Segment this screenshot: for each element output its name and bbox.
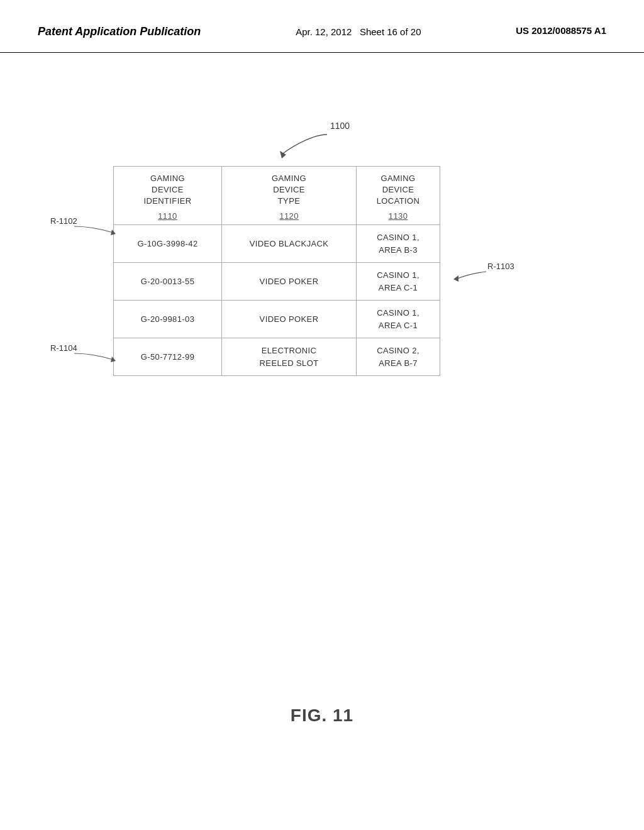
col-num-1130: 1130 <box>364 211 432 222</box>
col-header-identifier: GAMINGDEVICEIDENTIFIER 1110 <box>114 166 222 225</box>
table-header-row: GAMINGDEVICEIDENTIFIER 1110 GAMINGDEVICE… <box>114 166 440 225</box>
figure-caption: FIG. 11 <box>0 706 644 726</box>
publication-label: Patent Application Publication <box>38 25 201 38</box>
col-num-1110: 1110 <box>121 211 214 222</box>
col-header-location: GAMINGDEVICELOCATION 1130 <box>357 166 440 225</box>
cell-type-4: ELECTRONICREELED SLOT <box>221 338 356 376</box>
page-header: Patent Application Publication Apr. 12, … <box>0 0 644 53</box>
cell-id-4: G-50-7712-99 <box>114 338 222 376</box>
cell-loc-3: CASINO 1,AREA C-1 <box>357 301 440 338</box>
cell-loc-4: CASINO 2,AREA B-7 <box>357 338 440 376</box>
svg-text:R-1104: R-1104 <box>50 343 77 353</box>
svg-text:R-1103: R-1103 <box>487 262 514 271</box>
table-row: G-50-7712-99 ELECTRONICREELED SLOT CASIN… <box>114 338 440 376</box>
arrow-r1104: R-1104 <box>50 342 119 367</box>
arrow-r1102: R-1102 <box>50 215 119 240</box>
table-wrapper: GAMINGDEVICEIDENTIFIER 1110 GAMINGDEVICE… <box>113 166 440 377</box>
table-row: G-20-0013-55 VIDEO POKER CASINO 1,AREA C… <box>114 263 440 301</box>
cell-id-1: G-10G-3998-42 <box>114 225 222 263</box>
svg-marker-4 <box>111 357 116 362</box>
sheet-text: Sheet 16 of 20 <box>360 26 421 37</box>
cell-loc-1: CASINO 1,AREA B-3 <box>357 225 440 263</box>
sheet-info: Apr. 12, 2012 Sheet 16 of 20 <box>296 25 421 40</box>
cell-type-2: VIDEO POKER <box>221 263 356 301</box>
svg-text:R-1102: R-1102 <box>50 216 77 226</box>
table-row: G-20-9981-03 VIDEO POKER CASINO 1,AREA C… <box>114 301 440 338</box>
label-1100: 1100 <box>330 121 350 131</box>
cell-type-3: VIDEO POKER <box>221 301 356 338</box>
svg-marker-2 <box>111 230 116 235</box>
arrow-1100-svg <box>245 122 371 160</box>
date-text: Apr. 12, 2012 <box>296 26 352 37</box>
cell-loc-2: CASINO 1,AREA C-1 <box>357 263 440 301</box>
patent-number: US 2012/0088575 A1 <box>516 25 606 36</box>
cell-id-3: G-20-9981-03 <box>114 301 222 338</box>
svg-marker-6 <box>453 275 458 282</box>
col-num-1120: 1120 <box>230 211 348 222</box>
col-header-type: GAMINGDEVICETYPE 1120 <box>221 166 356 225</box>
arrow-r1103: R-1103 <box>450 260 525 285</box>
gaming-device-table: GAMINGDEVICEIDENTIFIER 1110 GAMINGDEVICE… <box>113 166 440 377</box>
main-content: 1100 GAMINGDEVICEIDENTIFIER 1110 GAMINGD… <box>0 53 644 814</box>
cell-type-1: VIDEO BLACKJACK <box>221 225 356 263</box>
table-row: G-10G-3998-42 VIDEO BLACKJACK CASINO 1,A… <box>114 225 440 263</box>
cell-id-2: G-20-0013-55 <box>114 263 222 301</box>
